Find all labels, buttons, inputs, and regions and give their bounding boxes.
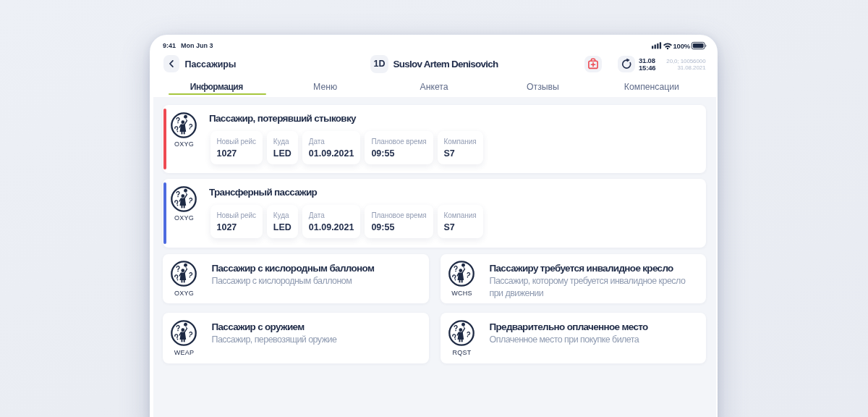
svg-text:100%: 100%	[673, 42, 691, 50]
